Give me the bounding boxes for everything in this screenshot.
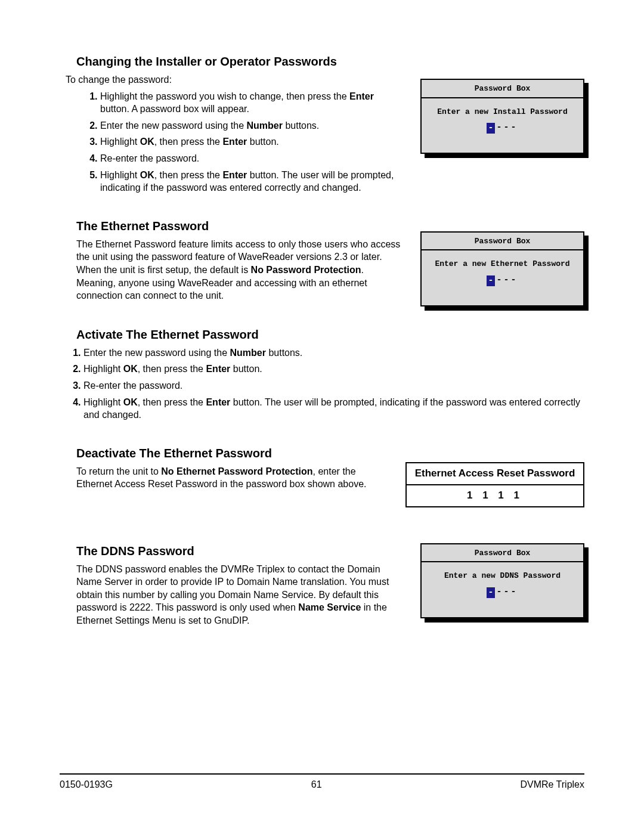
body-ethernet: The Ethernet Password feature limits acc…: [76, 238, 402, 302]
body-ddns: The DDNS password enables the DVMRe Trip…: [76, 563, 402, 627]
reset-password-table: Ethernet Access Reset Password 1 1 1 1: [405, 462, 584, 507]
password-box-prompt: Enter a new DDNS Password: [422, 562, 583, 586]
intro-changing: To change the password:: [66, 73, 402, 86]
steps-activate: Enter the new password using the Number …: [60, 346, 584, 422]
password-entry-field: ----: [422, 274, 583, 286]
password-entry-field: ----: [422, 586, 583, 598]
section-ddns: The DDNS Password The DDNS password enab…: [66, 543, 584, 627]
heading-ddns: The DDNS Password: [76, 543, 402, 559]
heading-ethernet: The Ethernet Password: [76, 218, 402, 234]
section-ethernet: The Ethernet Password The Ethernet Passw…: [66, 218, 584, 306]
password-box-title: Password Box: [422, 80, 583, 98]
cursor-icon: -: [487, 123, 495, 134]
password-box-ddns: Password Box Enter a new DDNS Password -…: [420, 543, 584, 618]
footer-docnum: 0150-0193G: [60, 778, 113, 791]
password-box-title: Password Box: [422, 544, 583, 563]
heading-changing: Changing the Installer or Operator Passw…: [76, 54, 402, 70]
section-changing: Changing the Installer or Operator Passw…: [66, 54, 584, 198]
section-deactivate: Deactivate The Ethernet Password To retu…: [66, 445, 584, 507]
heading-deactivate: Deactivate The Ethernet Password: [76, 445, 388, 462]
password-box-install: Password Box Enter a new Install Passwor…: [420, 79, 584, 154]
reset-value: 1 1 1 1: [406, 485, 584, 507]
page-footer: 0150-0193G 61 DVMRe Triplex: [60, 773, 584, 791]
section-activate: Activate The Ethernet Password Enter the…: [66, 327, 584, 422]
password-box-prompt: Enter a new Install Password: [422, 98, 583, 122]
footer-pagenum: 61: [311, 778, 322, 791]
steps-changing: Highlight the password you wish to chang…: [76, 90, 402, 194]
password-box-ethernet: Password Box Enter a new Ethernet Passwo…: [420, 231, 584, 306]
cursor-icon: -: [487, 587, 495, 598]
body-deactivate: To return the unit to No Ethernet Passwo…: [76, 465, 388, 491]
cursor-icon: -: [487, 275, 495, 286]
heading-activate: Activate The Ethernet Password: [76, 327, 584, 343]
password-box-prompt: Enter a new Ethernet Password: [422, 250, 583, 274]
manual-page: Changing the Installer or Operator Passw…: [0, 0, 644, 833]
footer-product: DVMRe Triplex: [520, 778, 584, 791]
password-box-title: Password Box: [422, 233, 583, 251]
reset-header: Ethernet Access Reset Password: [406, 463, 584, 485]
password-entry-field: ----: [422, 122, 583, 134]
